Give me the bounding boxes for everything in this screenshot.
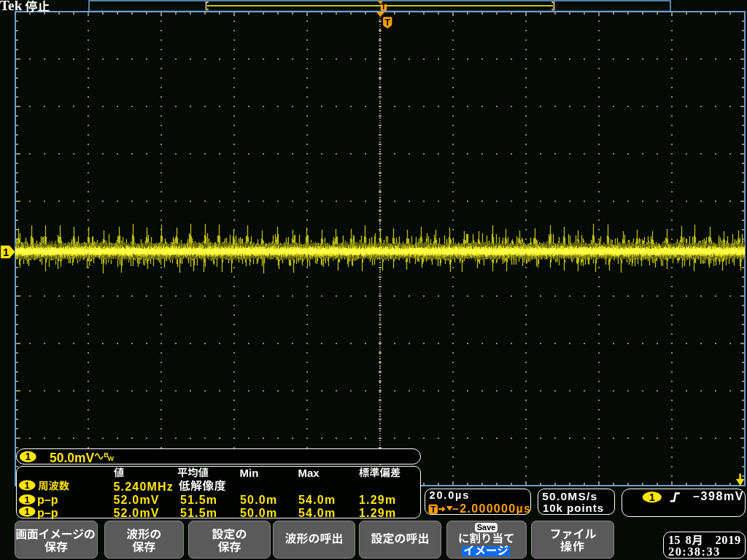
svg-text:W: W — [108, 455, 115, 462]
svg-text:1: 1 — [25, 451, 31, 462]
svg-text:1: 1 — [25, 494, 30, 505]
svg-text:1: 1 — [25, 506, 30, 517]
svg-text:1: 1 — [649, 491, 655, 503]
svg-text:1: 1 — [25, 480, 30, 491]
